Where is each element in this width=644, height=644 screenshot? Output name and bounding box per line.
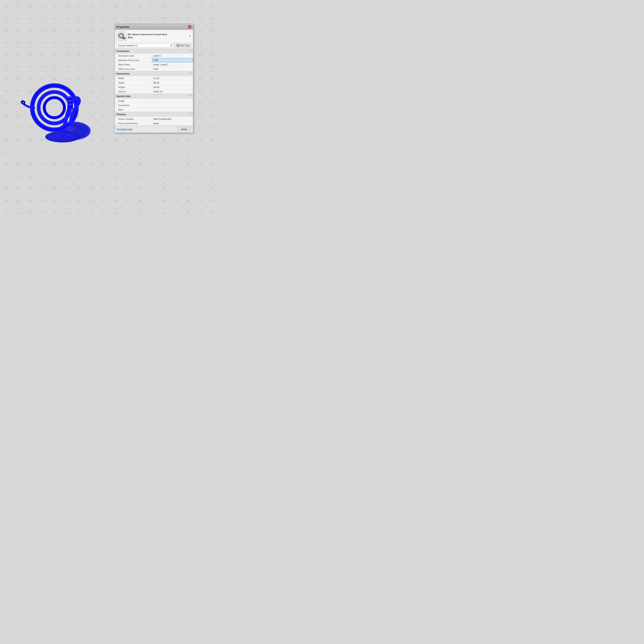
prop-label-volume: Volume bbox=[115, 90, 152, 93]
close-button[interactable]: ✕ bbox=[188, 25, 191, 28]
selector-bar: Generic Models (1) ▼ Edit Type bbox=[115, 42, 193, 49]
prop-row-height: Height 44.50 bbox=[115, 85, 193, 89]
svg-point-10 bbox=[68, 96, 72, 98]
prop-row-width: Width 51.16 bbox=[115, 76, 193, 81]
svg-point-18 bbox=[120, 34, 123, 37]
prop-row-phase-created: Phase Created New Construction bbox=[115, 117, 193, 121]
svg-point-5 bbox=[44, 98, 64, 118]
prop-row-mark: Mark bbox=[115, 107, 193, 112]
properties-panel: Properties ✕ RD_Music Instruments French… bbox=[115, 24, 193, 133]
svg-point-19 bbox=[122, 37, 126, 39]
prop-label-height: Height bbox=[115, 85, 152, 89]
dimensions-rows: Width 51.16 Depth 30.20 Height 44.50 Vol… bbox=[115, 76, 193, 94]
prop-label-depth: Depth bbox=[115, 81, 152, 85]
prop-value-work-plane: Level : Level 1 bbox=[152, 63, 193, 66]
prop-value-schedule-level: Level 1 bbox=[152, 54, 193, 58]
prop-row-elevation-from-level[interactable]: Elevation from Level 0.00 bbox=[115, 58, 193, 62]
properties-help-link[interactable]: Properties help bbox=[117, 128, 132, 130]
category-dropdown-label: Generic Models (1) bbox=[118, 44, 138, 47]
section-phasing-collapse-icon: ⌃ bbox=[189, 113, 191, 116]
panel-title: Properties bbox=[117, 25, 129, 28]
edit-type-button[interactable]: Edit Type bbox=[175, 43, 191, 48]
constraints-rows: Schedule Level Level 1 Elevation from Le… bbox=[115, 54, 193, 71]
prop-value-depth: 30.20 bbox=[152, 81, 193, 85]
type-name-line2: Blue bbox=[128, 36, 188, 39]
panel-titlebar: Properties ✕ bbox=[115, 24, 193, 30]
prop-value-phase-demolished: None bbox=[152, 122, 193, 125]
section-dimensions[interactable]: Dimensions ⌃ bbox=[115, 71, 193, 76]
prop-value-height: 44.50 bbox=[152, 85, 193, 89]
prop-value-image bbox=[152, 100, 193, 101]
apply-button[interactable]: Apply bbox=[178, 127, 191, 131]
svg-point-14 bbox=[47, 132, 77, 140]
prop-value-mark bbox=[152, 109, 193, 110]
prop-label-phase-created: Phase Created bbox=[115, 117, 152, 121]
properties-content: Constraints ⌃ Schedule Level Level 1 Ele… bbox=[115, 49, 193, 126]
prop-value-width: 51.16 bbox=[152, 76, 193, 80]
prop-value-offset-from-host: 0.00 bbox=[152, 67, 193, 71]
section-phasing-label: Phasing bbox=[117, 113, 126, 116]
svg-point-12 bbox=[68, 103, 72, 106]
section-dimensions-collapse-icon: ⌃ bbox=[189, 72, 191, 75]
type-name-line1: RD_Music Instruments French Horn bbox=[128, 33, 188, 36]
horn-illustration bbox=[18, 70, 95, 143]
prop-label-work-plane: Work Plane bbox=[115, 63, 152, 66]
phasing-rows: Phase Created New Construction Phase Dem… bbox=[115, 117, 193, 126]
prop-label-image: Image bbox=[115, 99, 152, 103]
section-constraints-label: Constraints bbox=[117, 50, 129, 52]
section-dimensions-label: Dimensions bbox=[117, 72, 130, 75]
prop-row-depth: Depth 30.20 bbox=[115, 81, 193, 85]
section-identity-data-label: Identity Data bbox=[117, 95, 130, 97]
type-dropdown-arrow-icon: ▼ bbox=[189, 35, 191, 37]
prop-label-phase-demolished: Phase Demolished bbox=[115, 122, 152, 125]
prop-row-phase-demolished: Phase Demolished None bbox=[115, 121, 193, 126]
svg-point-16 bbox=[68, 134, 69, 135]
prop-row-image: Image bbox=[115, 99, 193, 103]
panel-footer: Properties help Apply bbox=[115, 126, 193, 133]
prop-value-volume: 0.001 m³ bbox=[152, 90, 193, 93]
prop-label-comments: Comments bbox=[115, 103, 152, 107]
prop-label-mark: Mark bbox=[115, 108, 152, 111]
edit-type-label: Edit Type bbox=[180, 44, 190, 47]
section-constraints[interactable]: Constraints ⌃ bbox=[115, 49, 193, 54]
prop-label-schedule-level: Schedule Level bbox=[115, 54, 152, 58]
prop-row-offset-from-host: Offset from Host 0.00 bbox=[115, 67, 193, 71]
prop-label-width: Width bbox=[115, 76, 152, 80]
section-identity-data[interactable]: Identity Data ⌃ bbox=[115, 94, 193, 99]
edit-type-icon bbox=[176, 44, 179, 47]
prop-row-work-plane: Work Plane Level : Level 1 bbox=[115, 62, 193, 67]
section-phasing[interactable]: Phasing ⌃ bbox=[115, 112, 193, 117]
prop-label-elevation-from-level: Elevation from Level bbox=[115, 58, 152, 62]
prop-row-volume: Volume 0.001 m³ bbox=[115, 89, 193, 94]
prop-value-elevation-from-level[interactable]: 0.00 bbox=[152, 58, 193, 62]
prop-row-comments: Comments bbox=[115, 103, 193, 107]
type-thumbnail bbox=[117, 31, 127, 41]
category-dropdown-arrow-icon: ▼ bbox=[170, 44, 172, 47]
category-dropdown[interactable]: Generic Models (1) ▼ bbox=[117, 43, 174, 47]
svg-point-15 bbox=[65, 126, 75, 132]
type-info-row: RD_Music Instruments French Horn Blue ▼ bbox=[115, 30, 193, 42]
prop-label-offset-from-host: Offset from Host bbox=[115, 67, 152, 71]
prop-value-comments bbox=[152, 105, 193, 106]
section-constraints-collapse-icon: ⌃ bbox=[189, 50, 191, 53]
prop-row-schedule-level: Schedule Level Level 1 bbox=[115, 54, 193, 58]
identity-data-rows: Image Comments Mark bbox=[115, 99, 193, 112]
section-identity-data-collapse-icon: ⌃ bbox=[189, 95, 191, 98]
prop-value-phase-created: New Construction bbox=[152, 117, 193, 121]
